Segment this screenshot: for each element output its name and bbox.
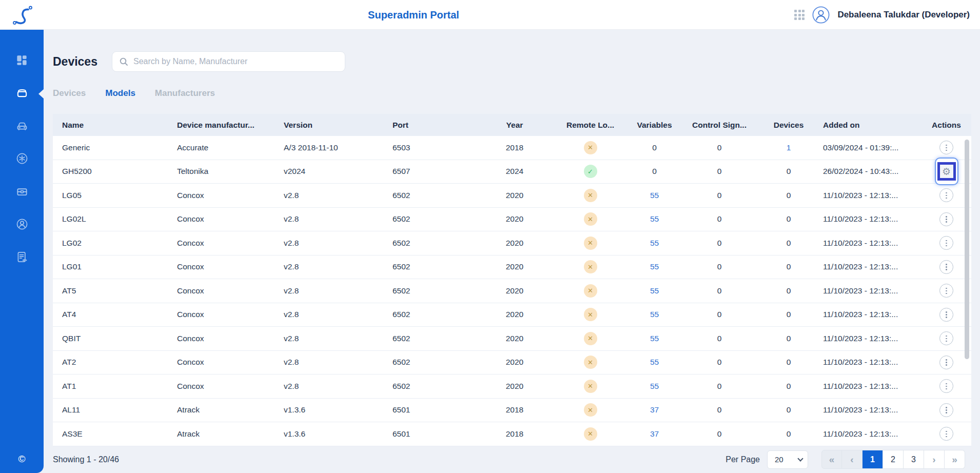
variables-link[interactable]: 55 [650,214,659,224]
cell-name: LG02 [53,239,168,248]
variables-link[interactable]: 55 [650,239,659,248]
row-actions-menu-button[interactable] [939,236,953,250]
table-row: LG02LConcoxv2.865022020✕550011/10/2023 -… [53,208,971,232]
cell-name: LG02L [53,214,168,224]
remote-logs-no-icon: ✕ [584,332,597,345]
cell-variables: 55 [634,214,675,224]
cell-year: 2020 [482,286,547,295]
sidebar-item-vehicles[interactable] [0,110,44,143]
remote-logs-no-icon: ✕ [584,284,597,298]
cell-year: 2020 [482,262,547,271]
variables-link[interactable]: 37 [650,429,659,439]
cell-name: AL11 [53,405,168,415]
sidebar-item-devices[interactable] [0,77,44,110]
cell-devices: 0 [763,429,814,439]
variables-link[interactable]: 55 [650,286,659,295]
table-footer: Showing 1 - 20/46 Per Page 20 «‹123›» [53,446,971,473]
sidebar-item-reports[interactable] [0,242,44,274]
remote-logs-no-icon: ✕ [584,141,597,154]
sidebar-item-toolbox[interactable] [0,176,44,209]
row-actions-menu-button[interactable] [939,331,953,345]
user-avatar-icon[interactable] [812,6,830,24]
cell-version: v1.3.6 [275,429,383,439]
remote-logs-no-icon: ✕ [584,308,597,321]
row-actions-menu-button[interactable] [939,284,953,298]
app-logo-icon[interactable] [11,4,34,26]
cell-remote_logs: ✕ [547,284,634,298]
cell-added_on: 11/10/2023 - 12:13:... [814,310,922,319]
cell-manufacturer: Accurate [168,143,275,152]
per-page-select[interactable]: 20 [767,450,808,469]
cell-remote_logs: ✕ [547,332,634,345]
row-actions-menu-button[interactable] [939,356,953,369]
pagination-last-button[interactable]: » [945,450,965,469]
devices-link[interactable]: 1 [787,143,791,152]
cell-port: 6502 [383,214,482,224]
row-actions-menu-button[interactable] [939,403,953,417]
cell-control_signals: 0 [675,167,763,176]
remote-logs-no-icon: ✕ [584,189,597,202]
variables-link[interactable]: 55 [650,382,659,391]
pagination-page-2-button[interactable]: 2 [883,450,904,469]
gear-icon: ⚙ [937,162,956,181]
top-bar: Superadmin Portal Debaleena Talukdar (De… [0,0,980,30]
cell-devices: 0 [763,167,814,176]
sidebar-item-accounts[interactable] [0,209,44,242]
cell-year: 2020 [482,358,547,367]
variables-link[interactable]: 55 [650,310,659,319]
cell-version: v2.8 [275,382,383,391]
search-input[interactable] [133,57,339,66]
tab-devices[interactable]: Devices [53,88,86,98]
cell-devices: 0 [763,310,814,319]
variables-link[interactable]: 55 [650,191,659,200]
table-row: AT1Concoxv2.865022020✕550011/10/2023 - 1… [53,375,971,399]
cell-control_signals: 0 [675,286,763,295]
pagination-prev-button[interactable]: ‹ [842,450,863,469]
row-actions-menu-button[interactable] [939,212,953,226]
settings-gear-button-selected[interactable]: ⚙ [935,157,958,185]
row-actions-menu-button[interactable] [939,188,953,202]
cell-action [922,284,971,298]
copyright-icon[interactable]: © [0,454,44,465]
row-actions-menu-button[interactable] [939,141,953,154]
row-actions-menu-button[interactable] [939,379,953,393]
cell-devices: 0 [763,405,814,415]
sidebar-item-climate[interactable] [0,143,44,176]
tab-models[interactable]: Models [105,88,135,98]
cell-control_signals: 0 [675,358,763,367]
col-header-year: Year [482,121,547,130]
cell-control_signals: 0 [675,239,763,248]
variables-link[interactable]: 55 [650,358,659,367]
col-header-devices: Devices [763,121,814,130]
pagination-first-button[interactable]: « [821,450,842,469]
user-menu[interactable]: Debaleena Talukdar (Developer) [837,10,970,20]
pagination-page-3-button[interactable]: 3 [904,450,924,469]
cell-port: 6502 [383,239,482,248]
row-actions-menu-button[interactable] [939,260,953,274]
cell-action [922,141,971,154]
cell-port: 6502 [383,310,482,319]
tab-manufacturers[interactable]: Manufacturers [155,88,215,98]
pagination: «‹123›» [821,450,965,469]
cell-devices: 0 [763,239,814,248]
variables-link[interactable]: 55 [650,334,659,343]
cell-manufacturer: Concox [168,191,275,200]
cell-action [922,212,971,226]
pagination-page-1-button[interactable]: 1 [863,450,883,469]
variables-link[interactable]: 55 [650,262,659,271]
col-header-name: Name [53,121,168,130]
cell-variables: 55 [634,286,675,295]
table-row: LG02Concoxv2.865022020✕550011/10/2023 - … [53,231,971,255]
row-actions-menu-button[interactable] [939,427,953,441]
sidebar-item-dashboard[interactable] [0,45,44,77]
cell-variables: 0 [634,167,675,176]
cell-added_on: 11/10/2023 - 12:13:... [814,405,922,415]
cell-year: 2020 [482,310,547,319]
table-scrollbar[interactable] [965,140,969,359]
pagination-next-button[interactable]: › [924,450,945,469]
active-item-caret [38,89,44,98]
cell-remote_logs: ✕ [547,189,634,202]
apps-grid-icon[interactable] [794,10,805,20]
variables-link[interactable]: 37 [650,405,659,415]
row-actions-menu-button[interactable] [939,308,953,322]
